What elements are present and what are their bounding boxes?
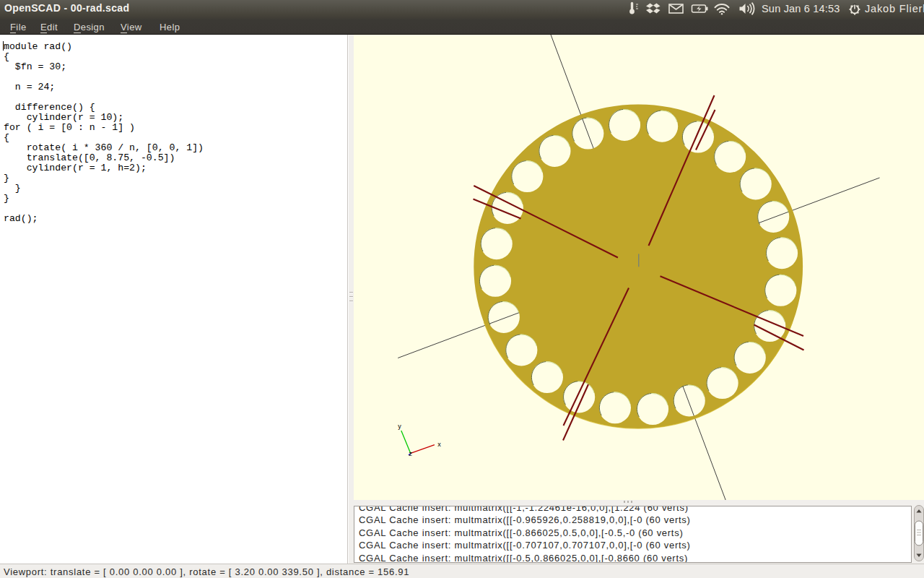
svg-text:y: y bbox=[398, 423, 401, 430]
svg-text:x: x bbox=[437, 441, 441, 448]
svg-text:z: z bbox=[409, 450, 413, 457]
